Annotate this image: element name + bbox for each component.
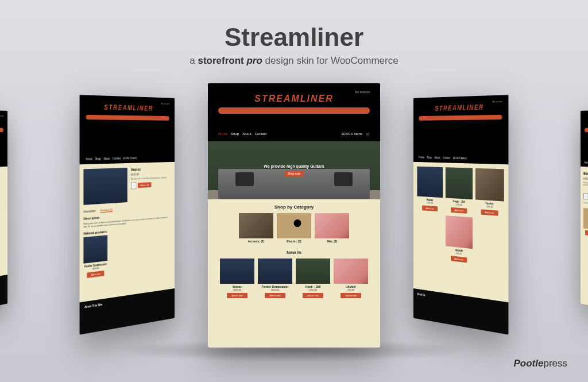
product-name: Ibanez xyxy=(131,167,171,172)
search-input[interactable] xyxy=(585,128,588,132)
quantity-stepper[interactable]: 1 xyxy=(131,182,136,189)
preview-panel-product-right: My account STREAMLINER Home Shop Ibanez … xyxy=(581,109,588,319)
primary-nav: Home Shop About Contact xyxy=(0,161,3,167)
related-thumb[interactable] xyxy=(83,235,107,264)
stage: Streamliner a storefront pro design skin… xyxy=(0,0,588,382)
category-card[interactable] xyxy=(315,213,349,238)
search-input[interactable] xyxy=(218,107,370,114)
promo-heading: Streamliner xyxy=(0,23,588,52)
hero-cta-button[interactable]: Shop now xyxy=(284,171,304,176)
preview-panel-about: My account STREAMLINER Home Shop About C… xyxy=(0,109,7,319)
nav-about[interactable]: About xyxy=(242,132,252,136)
copyright: Streamliner — A custom skin by Pootlepre… xyxy=(0,293,4,308)
product-card[interactable] xyxy=(220,258,254,284)
cart-icon[interactable]: 🛒 xyxy=(366,132,370,136)
category-card[interactable] xyxy=(277,213,311,238)
product-card[interactable] xyxy=(296,258,330,284)
add-to-cart-button[interactable]: Add to cart xyxy=(87,271,104,278)
nav-shop[interactable]: Shop xyxy=(231,132,239,136)
search-input[interactable] xyxy=(0,128,3,132)
category-heading: Shop by Category xyxy=(214,204,374,210)
add-to-cart-button[interactable]: Add to cart xyxy=(265,293,285,298)
search-input[interactable] xyxy=(86,115,169,121)
add-to-cart-button[interactable]: Add to cart xyxy=(227,293,247,298)
category-card[interactable] xyxy=(239,213,273,238)
add-to-cart-button[interactable]: Add to cart xyxy=(451,207,467,214)
product-price: £400.00 xyxy=(131,171,171,176)
hero-tagline: We provide high quality Guitars xyxy=(264,164,324,168)
add-to-cart-button[interactable]: Add to cart xyxy=(422,206,438,212)
search-input[interactable] xyxy=(419,115,502,121)
preview-panel-product-left: My account STREAMLINER Home Shop About C… xyxy=(80,95,175,335)
quantity-stepper[interactable]: 1 xyxy=(583,193,588,200)
nav-contact[interactable]: Contact xyxy=(255,132,267,136)
tab-reviews[interactable]: Reviews (0) xyxy=(100,208,113,213)
product-image xyxy=(83,168,127,205)
product-card[interactable] xyxy=(334,258,368,284)
nav-cart[interactable]: £0.00 0 items xyxy=(342,132,362,136)
add-to-cart-button[interactable]: Add to cart xyxy=(138,182,152,188)
new-in-heading: New In xyxy=(214,250,374,255)
product-card[interactable] xyxy=(446,167,473,199)
add-to-cart-button[interactable]: Add to cart xyxy=(585,230,588,237)
preview-panel-home: My account STREAMLINER Home Shop About C… xyxy=(208,83,380,348)
add-to-cart-button[interactable]: Add to cart xyxy=(341,293,361,298)
promo-title: Streamliner a storefront pro design skin… xyxy=(0,23,588,67)
product-card[interactable] xyxy=(417,167,443,198)
product-card[interactable] xyxy=(446,215,473,249)
site-logo[interactable]: STREAMLINER xyxy=(218,94,370,104)
hero: We provide high quality Guitars Shop now xyxy=(208,141,380,199)
add-to-cart-button[interactable]: Add to cart xyxy=(451,256,467,263)
add-to-cart-button[interactable]: Add to cart xyxy=(481,209,498,215)
product-card[interactable] xyxy=(258,258,292,284)
preview-panel-shop: My account STREAMLINER Home Shop About C… xyxy=(413,95,509,335)
nav-home[interactable]: Home xyxy=(218,132,227,136)
footer-find-heading: Find Us xyxy=(0,279,4,287)
promo-subtitle: a storefront pro design skin for WooComm… xyxy=(0,55,588,67)
add-to-cart-button[interactable]: Add to cart xyxy=(303,293,323,298)
related-thumb[interactable] xyxy=(583,208,588,230)
product-card[interactable] xyxy=(475,168,504,202)
site-logo[interactable]: STREAMLINER xyxy=(86,103,169,113)
vendor-brand: Pootlepress xyxy=(513,358,567,369)
site-logo[interactable]: STREAMLINER xyxy=(0,116,3,125)
